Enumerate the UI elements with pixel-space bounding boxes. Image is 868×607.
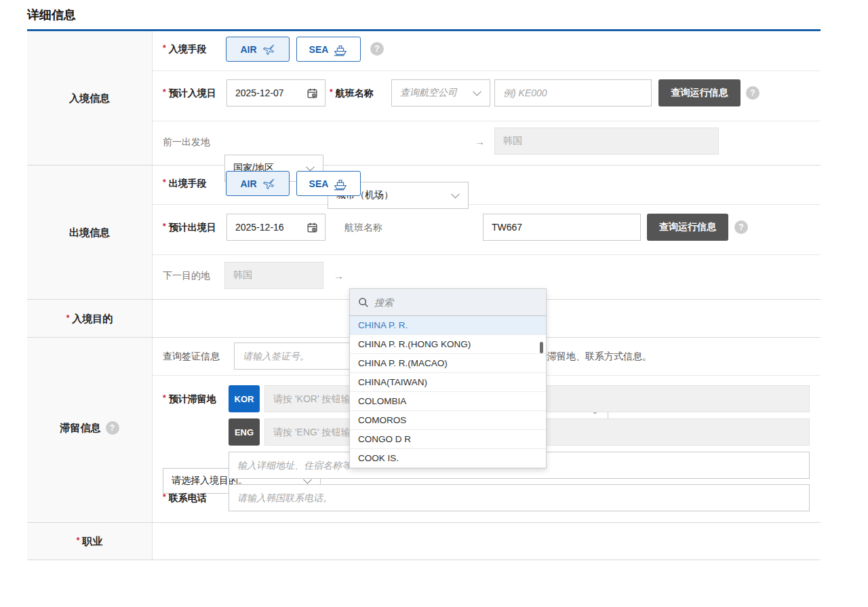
exit-flight-help-icon[interactable]: ? bbox=[734, 220, 748, 234]
section-label-stay: 滞留信息 ? bbox=[27, 421, 152, 435]
page-title: 详细信息 bbox=[27, 7, 76, 23]
entry-airline-placeholder: 查询航空公司 bbox=[400, 87, 457, 99]
section-label-entry: 入境信息 bbox=[27, 92, 152, 105]
stay-label-text: 滞留信息 bbox=[60, 422, 101, 435]
country-dropdown-panel: CHINA P. R. CHINA P. R.(HONG KONG) CHINA… bbox=[349, 288, 547, 469]
detail-info-form: 详细信息 入境信息 出境信息 *入境目的 滞留信息 ? *职业 *入境手段 AI… bbox=[0, 0, 868, 607]
entry-flight-label: *航班名称 bbox=[330, 87, 374, 100]
exit-sea-button[interactable]: SEA bbox=[296, 171, 361, 196]
country-option[interactable]: CONGO D R bbox=[350, 430, 546, 449]
purpose-label-text: 入境目的 bbox=[72, 313, 113, 324]
dropdown-scrollbar-thumb[interactable] bbox=[540, 342, 543, 353]
country-option[interactable]: CHINA P. R. bbox=[350, 316, 546, 335]
section-separator bbox=[27, 522, 821, 523]
entry-method-help-icon[interactable]: ? bbox=[370, 42, 384, 56]
required-mark: * bbox=[77, 536, 80, 545]
chevron-down-icon bbox=[473, 87, 481, 96]
required-mark: * bbox=[330, 87, 333, 97]
stay-place-label: *预计滞留地 bbox=[163, 393, 216, 406]
exit-method-label: *出境手段 bbox=[163, 178, 207, 190]
required-mark: * bbox=[163, 492, 166, 502]
airplane-icon bbox=[262, 177, 275, 191]
country-option[interactable]: COLOMBIA bbox=[350, 392, 546, 411]
entry-destination-readonly bbox=[494, 128, 719, 155]
entry-sea-button[interactable]: SEA bbox=[296, 37, 361, 62]
entry-date-label-text: 预计入境日 bbox=[169, 87, 216, 98]
entry-date-value: 2025-12-07 bbox=[235, 87, 284, 98]
required-mark: * bbox=[163, 393, 166, 403]
sea-label: SEA bbox=[309, 44, 329, 55]
phone-input[interactable] bbox=[229, 484, 810, 511]
calendar-icon bbox=[307, 87, 318, 99]
country-search-input[interactable] bbox=[374, 297, 510, 308]
entry-airline-select[interactable]: 查询航空公司 bbox=[391, 79, 490, 106]
left-label-column bbox=[27, 31, 152, 560]
air-label: AIR bbox=[240, 178, 256, 189]
exit-date-label-text: 预计出境日 bbox=[169, 222, 216, 233]
exit-method-label-text: 出境手段 bbox=[169, 178, 207, 189]
entry-flight-label-text: 航班名称 bbox=[336, 87, 374, 98]
stay-place-label-text: 预计滞留地 bbox=[169, 393, 216, 404]
entry-flight-search-button[interactable]: 查询运行信息 bbox=[658, 79, 741, 106]
exit-air-button[interactable]: AIR bbox=[226, 171, 290, 196]
kor-button[interactable]: KOR bbox=[229, 385, 260, 412]
section-label-purpose: *入境目的 bbox=[27, 313, 152, 326]
sea-label: SEA bbox=[309, 178, 329, 189]
eng-button[interactable]: ENG bbox=[229, 418, 260, 446]
exit-date-input[interactable]: 2025-12-16 bbox=[226, 214, 326, 241]
country-option[interactable]: COOK IS. bbox=[350, 449, 546, 468]
visa-note-text: 的滞留地、联系方式信息。 bbox=[538, 351, 652, 363]
entry-flight-help-icon[interactable]: ? bbox=[746, 86, 760, 100]
country-option[interactable]: CHINA(TAIWAN) bbox=[350, 373, 546, 392]
country-option[interactable]: COMOROS bbox=[350, 411, 546, 430]
chevron-down-icon bbox=[306, 163, 315, 172]
section-label-exit: 出境信息 bbox=[27, 227, 152, 239]
search-icon bbox=[358, 297, 369, 308]
airplane-icon bbox=[262, 43, 275, 56]
ship-icon bbox=[333, 177, 348, 191]
country-option[interactable]: CHINA P. R.(MACAO) bbox=[350, 354, 546, 373]
required-mark: * bbox=[163, 178, 166, 187]
calendar-icon bbox=[307, 222, 318, 233]
row-separator bbox=[153, 71, 821, 71]
entry-air-button[interactable]: AIR bbox=[226, 37, 290, 62]
required-mark: * bbox=[163, 222, 166, 231]
row-separator bbox=[153, 254, 821, 255]
entry-method-label: *入境手段 bbox=[163, 43, 207, 56]
required-mark: * bbox=[163, 43, 166, 53]
country-option[interactable]: CHINA P. R.(HONG KONG) bbox=[350, 335, 546, 354]
arrow-right-icon: → bbox=[334, 270, 344, 281]
column-divider bbox=[152, 31, 153, 560]
chevron-down-icon bbox=[451, 190, 460, 199]
required-mark: * bbox=[66, 313, 70, 323]
country-search-box[interactable] bbox=[350, 289, 546, 316]
previous-departure-label: 前一出发地 bbox=[163, 136, 210, 149]
occupation-label-text: 职业 bbox=[82, 535, 102, 547]
phone-label-text: 联系电话 bbox=[169, 492, 207, 503]
stay-help-icon[interactable]: ? bbox=[106, 421, 119, 435]
entry-date-input[interactable]: 2025-12-07 bbox=[226, 79, 326, 106]
section-separator bbox=[27, 165, 821, 165]
air-label: AIR bbox=[240, 44, 256, 55]
phone-label: *联系电话 bbox=[163, 492, 207, 505]
entry-method-label-text: 入境手段 bbox=[169, 43, 207, 54]
country-option-list: CHINA P. R. CHINA P. R.(HONG KONG) CHINA… bbox=[350, 316, 546, 468]
section-label-occupation: *职业 bbox=[27, 535, 152, 548]
section-separator bbox=[27, 560, 821, 560]
next-destination-label: 下一目的地 bbox=[163, 270, 210, 282]
exit-flight-label: 航班名称 bbox=[344, 222, 382, 234]
visa-search-label: 查询签证信息 bbox=[163, 351, 220, 363]
exit-from-readonly bbox=[224, 262, 323, 289]
exit-flight-number-input[interactable] bbox=[483, 214, 641, 241]
entry-date-label: *预计入境日 bbox=[163, 87, 216, 100]
exit-flight-search-button[interactable]: 查询运行信息 bbox=[647, 214, 728, 241]
exit-date-value: 2025-12-16 bbox=[235, 222, 284, 233]
entry-flight-number-input[interactable] bbox=[494, 79, 652, 106]
exit-date-label: *预计出境日 bbox=[163, 222, 216, 234]
row-separator bbox=[153, 204, 821, 205]
required-mark: * bbox=[163, 87, 166, 97]
ship-icon bbox=[333, 43, 348, 56]
row-separator bbox=[153, 121, 821, 121]
arrow-right-icon: → bbox=[475, 136, 485, 147]
